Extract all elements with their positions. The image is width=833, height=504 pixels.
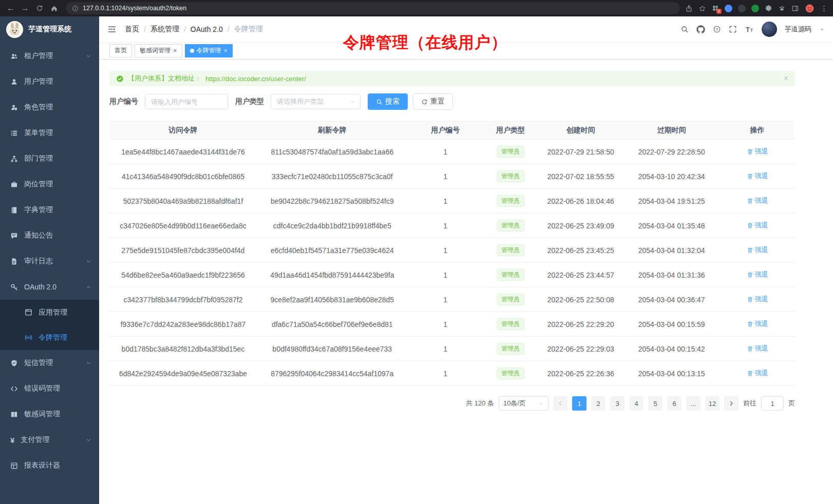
search-button-label: 搜索 — [385, 97, 400, 106]
page-size-select[interactable]: 10条/页 — [499, 396, 548, 411]
breadcrumb-item[interactable]: 首页 — [125, 25, 139, 34]
sidebar-item-dict[interactable]: 字典管理 — [0, 197, 99, 223]
puzzle-icon[interactable] — [765, 5, 772, 12]
force-logout-button[interactable]: 强退 — [747, 344, 768, 353]
sidebar-item-post[interactable]: 岗位管理 — [0, 171, 99, 197]
tab-home[interactable]: 首页 — [109, 44, 132, 57]
refresh-token-cell: b0df4980ffd34c67a08f9156e4eee733 — [257, 337, 408, 361]
profile-avatar[interactable] — [805, 4, 815, 13]
browser-home-icon[interactable] — [47, 2, 61, 15]
next-page-button[interactable] — [724, 396, 739, 411]
sidebar-item-user[interactable]: 用户管理 — [0, 69, 99, 94]
search-icon[interactable] — [680, 25, 689, 33]
force-logout-button[interactable]: 强退 — [747, 196, 768, 205]
prev-page-button[interactable] — [553, 396, 567, 411]
page-button-3[interactable]: 3 — [610, 396, 624, 411]
alert-close-icon[interactable]: × — [784, 74, 788, 83]
force-logout-button[interactable]: 强退 — [747, 221, 768, 230]
created-time-cell: 2022-06-25 23:45:25 — [538, 238, 623, 263]
extension-blue-icon[interactable] — [725, 5, 732, 12]
sidebar-item-oauth2[interactable]: OAuth 2.0 — [0, 274, 99, 300]
github-icon[interactable] — [696, 25, 705, 34]
tab-sensitive-word[interactable]: 敏感词管理× — [135, 44, 182, 57]
browser-reload-icon[interactable] — [33, 2, 46, 15]
sidebar-item-oauth2-app[interactable]: 应用管理 — [0, 300, 99, 325]
sidebar-item-pay[interactable]: ¥支付管理 — [0, 427, 99, 453]
expire-time-cell: 2054-03-04 00:13:15 — [623, 361, 720, 386]
goto-page-input[interactable] — [761, 396, 784, 411]
user-type-cell: 管理员 — [483, 189, 538, 214]
filter-form: 用户编号 用户类型 请选择用户类型 搜索 重置 — [109, 93, 795, 110]
help-icon[interactable]: ? — [713, 25, 721, 33]
sidebar-item-audit-log[interactable]: 审计日志 — [0, 248, 99, 274]
total-count: 共 120 条 — [466, 399, 494, 408]
sidebar-item-error-code[interactable]: 错误码管理 — [0, 376, 99, 401]
user-type-select[interactable]: 请选择用户类型 — [271, 94, 361, 109]
page-button-5[interactable]: 5 — [648, 396, 662, 411]
force-logout-label: 强退 — [755, 344, 768, 353]
user-type-cell: 管理员 — [483, 214, 538, 238]
browser-forward-icon[interactable]: → — [18, 2, 32, 15]
tab-close-icon[interactable]: × — [224, 47, 228, 54]
sidebar-item-sms[interactable]: 短信管理 — [0, 350, 99, 376]
force-logout-button[interactable]: 强退 — [747, 319, 768, 328]
sidebar-item-report[interactable]: 报表设计器 — [0, 453, 99, 478]
app-logo-row[interactable]: 芋道管理系统 — [0, 16, 99, 42]
extension-dark-icon[interactable] — [738, 5, 746, 12]
reset-button[interactable]: 重置 — [413, 93, 453, 110]
force-logout-button[interactable]: 强退 — [747, 369, 768, 378]
tab-close-icon[interactable]: × — [173, 47, 177, 54]
user-avatar[interactable] — [762, 22, 777, 37]
browser-menu-icon[interactable] — [820, 5, 828, 12]
refresh-token-cell: 49d1aa46d1454fbd87591444423be9fa — [257, 263, 408, 287]
sidebar-item-dept[interactable]: 部门管理 — [0, 146, 99, 171]
sidebar-item-menu[interactable]: 菜单管理 — [0, 120, 99, 146]
extension-badged-icon[interactable]: 0 — [712, 5, 719, 12]
force-logout-button[interactable]: 强退 — [747, 171, 768, 181]
user-type-badge: 管理员 — [497, 244, 524, 256]
page-button-12[interactable]: 12 — [705, 396, 720, 411]
sidebar-toggle-icon[interactable] — [107, 25, 117, 34]
search-button[interactable]: 搜索 — [368, 93, 408, 110]
sidebar-item-role[interactable]: 角色管理 — [0, 94, 99, 120]
doc-link[interactable]: https://doc.iocoder.cn/user-center/ — [205, 75, 306, 83]
address-bar[interactable]: 127.0.0.1:1024/system/oauth2/token — [66, 2, 680, 14]
delete-icon — [747, 370, 753, 377]
page-button-6[interactable]: 6 — [667, 396, 681, 411]
page-button-4[interactable]: 4 — [629, 396, 643, 411]
breadcrumb-item[interactable]: 系统管理 — [150, 25, 179, 34]
table-row: 1ea5e44f8bc1467aaede43144f31de76811c5304… — [109, 140, 795, 164]
force-logout-button[interactable]: 强退 — [747, 245, 768, 255]
sidebar-item-sensitive-word[interactable]: 敏感词管理 — [0, 401, 99, 427]
font-size-icon[interactable]: TT — [745, 25, 754, 34]
sidebar-item-notice[interactable]: 通知公告 — [0, 223, 99, 248]
force-logout-button[interactable]: 强退 — [747, 270, 768, 279]
browser-back-icon[interactable]: ← — [4, 2, 17, 15]
extension-green-icon[interactable] — [751, 5, 759, 12]
pager-ellipsis-button[interactable]: ... — [686, 396, 701, 411]
breadcrumb-item[interactable]: OAuth 2.0 — [191, 25, 223, 33]
created-time-cell: 2022-06-25 23:49:09 — [538, 214, 623, 238]
bookmark-star-icon[interactable] — [698, 5, 706, 12]
tab-token[interactable]: 令牌管理× — [185, 44, 233, 57]
paw-icon[interactable] — [778, 5, 786, 12]
page-button-1[interactable]: 1 — [572, 396, 586, 411]
sidebar-item-oauth2-token[interactable]: 令牌管理 — [0, 325, 99, 350]
user-id-input[interactable] — [145, 94, 228, 109]
access-token-cell: 41c41346a548490f9dc8b01c6bfe0865 — [109, 164, 257, 189]
user-caret-icon[interactable] — [819, 27, 825, 32]
force-logout-button[interactable]: 强退 — [747, 147, 768, 156]
chevron-down-icon — [86, 360, 91, 366]
user-type-filter: 用户类型 请选择用户类型 — [235, 94, 361, 109]
delete-icon — [747, 198, 753, 204]
share-icon[interactable] — [685, 5, 693, 12]
sidebar-item-tenant[interactable]: 租户管理 — [0, 43, 99, 69]
side-panel-icon[interactable] — [791, 5, 799, 12]
sidebar-item-label: 应用管理 — [39, 308, 67, 317]
site-info-icon[interactable] — [72, 5, 79, 12]
arrow-left-icon — [557, 400, 563, 406]
force-logout-button[interactable]: 强退 — [747, 295, 768, 304]
fullscreen-icon[interactable] — [729, 25, 737, 33]
reset-button-icon — [421, 99, 428, 105]
page-button-2[interactable]: 2 — [591, 396, 605, 411]
